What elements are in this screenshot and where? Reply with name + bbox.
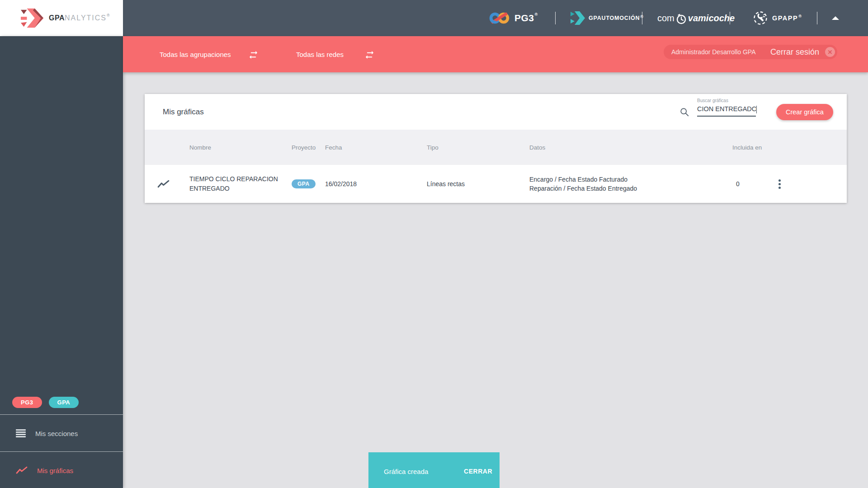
chart-line-icon: [16, 466, 28, 474]
row-tipo: Líneas rectas: [427, 180, 529, 188]
gpa-arrow-icon: [21, 8, 43, 28]
user-session-pill: Administrador Desarrollo GPA Cerrar sesi…: [664, 45, 837, 59]
column-header-tipo: Tipo: [427, 144, 529, 151]
sidebar: PG3 GPA Mis secciones Mis gráficas: [0, 36, 123, 488]
column-header-proyecto: Proyecto: [292, 144, 325, 151]
chart-line-icon: [157, 180, 170, 188]
brand-text: GPANALYTICS®: [49, 14, 110, 22]
text-caret: [756, 106, 757, 113]
agrupaciones-label: Todas las agrupaciones: [160, 51, 231, 58]
toast-close-button[interactable]: CERRAR: [464, 468, 492, 475]
sidebar-badges: PG3 GPA: [12, 397, 79, 408]
search-field: Buscar gráficas: [697, 98, 756, 117]
gpautomocion-arrow-icon: [571, 11, 585, 25]
swap-icon: [364, 49, 375, 60]
column-header-incluida-en: Incluida en: [732, 144, 769, 151]
clock-icon: [676, 14, 687, 24]
gpa-badge[interactable]: GPA: [49, 397, 79, 408]
table-header-row: Nombre Proyecto Fecha Tipo Datos Incluid…: [145, 130, 847, 165]
search-icon: [679, 107, 689, 117]
toast-message: Gráfica creada: [384, 468, 428, 475]
pg3-logo[interactable]: PG3®: [489, 0, 538, 36]
column-header-nombre: Nombre: [189, 144, 292, 151]
project-badge: GPA: [292, 179, 316, 188]
search-field-label: Buscar gráficas: [697, 98, 756, 103]
mis-graficas-card: Mis gráficas Buscar gráficas Crear gráfi…: [145, 94, 847, 203]
card-header: Mis gráficas Buscar gráficas Crear gráfi…: [145, 94, 847, 130]
sidebar-item-label: Mis secciones: [35, 430, 78, 437]
sidebar-item-label: Mis gráficas: [37, 467, 73, 474]
row-incluida-en: 0: [732, 180, 769, 188]
search-button[interactable]: [679, 107, 689, 119]
header-divider: [555, 12, 556, 24]
comovamicoche-logo[interactable]: com vamicoche: [657, 0, 735, 36]
swap-icon: [248, 49, 259, 60]
row-nombre: TIEMPO CICLO REPARACION ENTREGADO: [189, 174, 292, 193]
row-datos: Encargo / Fecha Estado Facturado Reparac…: [529, 175, 732, 193]
sidebar-item-mis-secciones[interactable]: Mis secciones: [0, 415, 123, 452]
triangle-up-icon: [832, 16, 839, 20]
column-header-fecha: Fecha: [325, 144, 427, 151]
row-fecha: 16/02/2018: [325, 180, 427, 188]
toast-notification: Gráfica creada CERRAR: [368, 452, 500, 488]
table-row[interactable]: TIEMPO CICLO REPARACION ENTREGADO GPA 16…: [145, 165, 847, 203]
search-input[interactable]: [697, 105, 756, 117]
gpanalytics-logo[interactable]: GPANALYTICS®: [0, 0, 123, 36]
page-title: Mis gráficas: [163, 94, 204, 130]
gpautomocion-logo[interactable]: GPAUTOMOCIÓN®: [571, 0, 644, 36]
agrupaciones-select[interactable]: Todas las agrupaciones: [160, 36, 259, 72]
pg3-infinity-icon: [489, 10, 510, 26]
redes-select[interactable]: Todas las redes: [296, 36, 375, 72]
header-divider: [642, 12, 642, 24]
sidebar-item-mis-graficas[interactable]: Mis gráficas: [0, 452, 123, 488]
close-session-icon: ✕: [825, 47, 835, 57]
column-header-datos: Datos: [529, 144, 732, 151]
user-name: Administrador Desarrollo GPA: [671, 48, 755, 56]
redes-label: Todas las redes: [296, 51, 344, 58]
pg3-badge[interactable]: PG3: [12, 397, 42, 408]
logout-button[interactable]: Cerrar sesión ✕: [770, 47, 837, 57]
header-divider: [817, 12, 817, 24]
top-header: GPANALYTICS® PG3® GPAUTOMOCIÓN® com vami…: [0, 0, 868, 36]
create-chart-button[interactable]: Crear gráfica: [776, 104, 833, 120]
filter-bar: Todas las agrupaciones Todas las redes A…: [123, 36, 868, 72]
gpapp-logo[interactable]: GPAPP®: [753, 0, 802, 36]
menu-icon: [16, 429, 26, 437]
kebab-menu-button[interactable]: [773, 175, 786, 193]
collapse-header-button[interactable]: [829, 0, 842, 36]
header-divider: [730, 12, 730, 24]
wrench-icon: [753, 11, 768, 25]
